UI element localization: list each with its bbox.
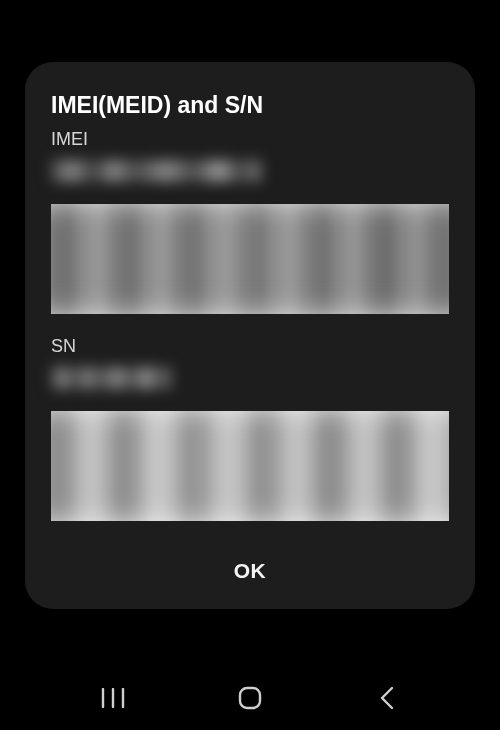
imei-value — [51, 160, 261, 182]
imei-sn-dialog: IMEI(MEID) and S/N IMEI SN OK — [25, 62, 475, 609]
sn-barcode — [51, 411, 449, 521]
android-navbar — [0, 666, 500, 730]
imei-label: IMEI — [51, 129, 449, 150]
sn-label: SN — [51, 336, 449, 357]
svg-rect-3 — [240, 688, 260, 708]
dialog-title: IMEI(MEID) and S/N — [51, 92, 449, 119]
recents-icon — [100, 688, 126, 708]
ok-button[interactable]: OK — [51, 543, 449, 591]
imei-barcode — [51, 204, 449, 314]
nav-back-button[interactable] — [372, 683, 402, 713]
sn-value — [51, 367, 171, 389]
nav-home-button[interactable] — [235, 683, 265, 713]
back-icon — [377, 685, 397, 711]
home-icon — [237, 685, 263, 711]
nav-recents-button[interactable] — [98, 683, 128, 713]
